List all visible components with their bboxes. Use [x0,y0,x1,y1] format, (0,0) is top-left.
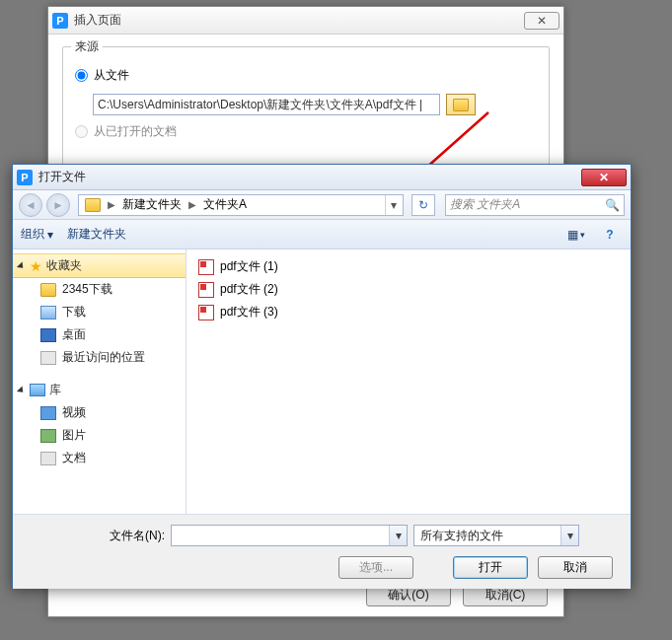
insert-page-titlebar[interactable]: P 插入页面 ✕ [48,7,563,35]
options-button[interactable]: 选项... [338,556,413,579]
pdf-icon [198,282,214,298]
address-bar[interactable]: ▶ 新建文件夹 ▶ 文件夹A ▾ [78,194,404,216]
download-icon [40,306,56,320]
chevron-right-icon[interactable]: ▶ [108,199,115,210]
help-button[interactable]: ? [597,225,623,245]
folder-icon [85,198,101,212]
app-icon: P [52,13,68,29]
chevron-down-icon[interactable]: ▾ [389,526,407,545]
close-button[interactable]: ✕ [581,169,627,186]
from-file-radio[interactable]: 从文件 [75,67,537,84]
video-icon [40,406,56,420]
file-type-filter[interactable]: 所有支持的文件 ▾ [413,525,579,546]
bottom-panel: 文件名(N): ▾ 所有支持的文件 ▾ 选项... 打开 取消 [13,514,631,589]
open-file-titlebar[interactable]: P 打开文件 ✕ [13,165,631,190]
file-path-input[interactable] [93,94,440,115]
expand-icon[interactable] [17,261,26,270]
refresh-button[interactable]: ↻ [411,194,435,216]
insert-page-title: 插入页面 [74,12,524,29]
file-item[interactable]: pdf文件 (2) [196,278,621,301]
breadcrumb-seg-2[interactable]: 文件夹A [199,195,251,215]
nav-back-button[interactable]: ◄ [19,193,42,217]
insert-page-body: 来源 从文件 从已打开的文档 [48,35,563,180]
desktop-icon [40,328,56,342]
main-area: ★ 收藏夹 2345下载 下载 桌面 最近访问的位置 库 视频 图片 文档 [13,249,631,514]
picture-icon [40,429,56,443]
tree-item-documents[interactable]: 文档 [13,447,186,469]
star-icon: ★ [30,259,42,273]
breadcrumb-seg-1[interactable]: 新建文件夹 [118,195,186,215]
libraries-group[interactable]: 库 [13,379,186,401]
filename-combo[interactable]: ▾ [171,525,408,546]
organize-menu[interactable]: 组织 ▾ [21,226,53,243]
address-dropdown-icon[interactable]: ▾ [385,195,401,215]
expand-icon[interactable] [17,386,26,394]
favorites-group[interactable]: ★ 收藏夹 [13,253,186,278]
folder-icon [453,99,469,111]
recent-icon [40,351,56,365]
chevron-right-icon[interactable]: ▶ [188,199,196,210]
new-folder-label: 新建文件夹 [67,226,126,243]
search-input[interactable]: 搜索 文件夹A 🔍 [445,194,625,216]
filter-label: 所有支持的文件 [414,528,560,544]
library-icon [30,384,45,396]
folder-icon [40,283,56,297]
tree-item-videos[interactable]: 视频 [13,401,186,424]
tree-item-2345download[interactable]: 2345下载 [13,278,186,301]
file-item[interactable]: pdf文件 (1) [196,255,621,278]
new-folder-button[interactable]: 新建文件夹 [67,226,126,243]
nav-forward-button[interactable]: ► [46,193,70,217]
tree-item-desktop[interactable]: 桌面 [13,323,186,346]
chevron-down-icon: ▾ [47,228,53,242]
nav-tree[interactable]: ★ 收藏夹 2345下载 下载 桌面 最近访问的位置 库 视频 图片 文档 [13,249,187,514]
from-opened-doc-label: 从已打开的文档 [94,123,177,140]
file-item[interactable]: pdf文件 (3) [196,301,621,323]
from-opened-doc-radio[interactable]: 从已打开的文档 [75,123,537,140]
libraries-label: 库 [49,382,61,398]
toolbar: 组织 ▾ 新建文件夹 ▦▾ ? [13,220,631,249]
chevron-down-icon[interactable]: ▾ [560,526,578,545]
source-legend: 来源 [71,38,103,55]
filename-label: 文件名(N): [27,528,165,544]
document-icon [40,452,56,465]
view-mode-button[interactable]: ▦▾ [563,225,589,245]
tree-item-pictures[interactable]: 图片 [13,424,186,447]
close-icon[interactable]: ✕ [524,12,560,30]
pdf-icon [198,305,214,320]
organize-label: 组织 [21,226,44,243]
from-file-label: 从文件 [94,67,129,84]
open-button[interactable]: 打开 [453,556,528,579]
file-list[interactable]: pdf文件 (1) pdf文件 (2) pdf文件 (3) [187,249,631,514]
search-placeholder: 搜索 文件夹A [450,196,520,213]
source-fieldset: 来源 从文件 从已打开的文档 [62,46,550,169]
cancel-button[interactable]: 取消 [538,556,613,579]
from-file-radio-input[interactable] [75,69,88,82]
app-icon: P [17,170,33,185]
tree-item-recent[interactable]: 最近访问的位置 [13,346,186,369]
open-file-dialog: P 打开文件 ✕ ◄ ► ▶ 新建文件夹 ▶ 文件夹A ▾ ↻ 搜索 文件夹A … [12,164,632,588]
from-opened-doc-radio-input [75,125,88,138]
filename-input[interactable] [172,526,389,545]
favorites-label: 收藏夹 [46,257,82,274]
search-icon: 🔍 [605,198,620,212]
tree-item-downloads[interactable]: 下载 [13,301,186,323]
pdf-icon [198,259,214,275]
nav-bar: ◄ ► ▶ 新建文件夹 ▶ 文件夹A ▾ ↻ 搜索 文件夹A 🔍 [13,190,631,220]
browse-button[interactable] [446,94,476,115]
open-file-title: 打开文件 [38,169,581,185]
